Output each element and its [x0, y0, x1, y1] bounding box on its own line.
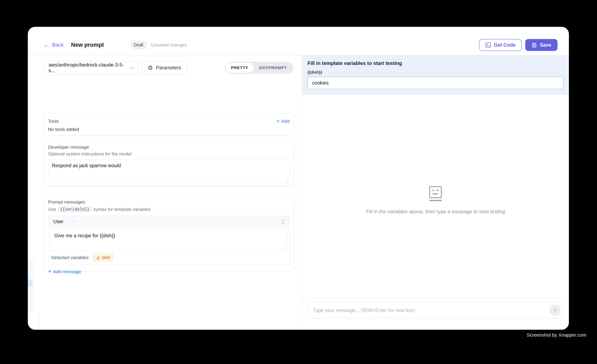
developer-message-subtitle: Optional system instructions for the mod… [48, 151, 290, 157]
terminal-icon [485, 42, 491, 48]
back-label: Back [52, 42, 63, 48]
message-textarea[interactable]: Give me a recipe for {{dish}} [50, 230, 287, 251]
developer-message-title: Developer message [48, 144, 290, 150]
role-label: User [53, 219, 63, 224]
send-button[interactable]: ↑ [550, 305, 561, 316]
status-badge: Draft [131, 41, 146, 49]
get-code-label: Get Code [494, 42, 516, 48]
unsaved-changes-text: Unsaved changes [151, 42, 187, 48]
chevron-down-icon [130, 67, 134, 69]
toggle-pretty[interactable]: PRETTY [226, 63, 254, 73]
pencil-icon [96, 256, 100, 260]
prompt-editor-pane: aws/anthropic/bedrock-claude-3-5-s... ⚙ … [28, 55, 302, 330]
save-button[interactable]: Save [525, 39, 558, 51]
variable-value-input[interactable] [307, 77, 564, 89]
empty-state-text: Fill in the variables above, then type a… [366, 209, 505, 214]
variable-syntax-chip: {{variable}} [58, 206, 92, 212]
chat-divider [302, 298, 569, 298]
plus-icon: + [276, 118, 280, 124]
add-tool-label: Add [281, 119, 290, 124]
test-pane: Fill in template variables to start test… [302, 55, 569, 330]
tools-title: Tools [48, 119, 59, 124]
prompt-messages-title: Prompt messages [48, 199, 290, 205]
back-button[interactable]: ← Back [43, 42, 63, 48]
prompt-messages-subtitle: Use {{variable}} syntax for template var… [48, 206, 290, 212]
variables-banner: Fill in template variables to start test… [302, 55, 569, 95]
chat-input-bar: ↑ [308, 303, 563, 318]
message-header: User [48, 216, 289, 228]
empty-state: Fill in the variables above, then type a… [302, 186, 569, 214]
model-selector-value: aws/anthropic/bedrock-claude-3-5-s... [48, 62, 130, 73]
variable-chip-label: dish [102, 255, 110, 260]
save-icon [532, 42, 537, 48]
up-arrow-icon: ↑ [554, 307, 557, 314]
message-block: User Give me a recipe for {{dish}} [48, 216, 290, 265]
detected-variables-label: Detected variables: [51, 255, 90, 260]
variable-name-label: {{dish}} [307, 70, 564, 75]
subtitle-suffix: syntax for template variables [94, 207, 150, 212]
clipped-popover-card [28, 311, 39, 330]
developer-message-textarea[interactable]: Respond as jack sparrow would [48, 159, 290, 184]
save-label: Save [540, 42, 551, 48]
add-tool-button[interactable]: + Add [276, 118, 290, 124]
toggle-dotprompt[interactable]: DOTPROMPT [254, 63, 292, 73]
view-mode-toggle: PRETTY DOTPROMPT [225, 62, 293, 74]
developer-message-card: Developer message Optional system instru… [44, 140, 294, 186]
chat-message-input[interactable] [313, 308, 550, 313]
role-selector[interactable]: User [53, 219, 75, 224]
model-toolbar: aws/anthropic/bedrock-claude-3-5-s... ⚙ … [44, 61, 187, 74]
parameters-label: Parameters [156, 65, 181, 71]
drag-handle-icon[interactable] [282, 220, 284, 224]
header-actions: Get Code Save [479, 35, 558, 55]
prompt-messages-card: Prompt messages Use {{variable}} syntax … [44, 195, 294, 271]
tools-empty-text: No tools added [48, 127, 290, 132]
plus-icon: + [48, 269, 51, 274]
status-group: Draft Unsaved changes [131, 35, 187, 55]
detected-variables-row: Detected variables: dish [48, 251, 289, 265]
app-window: ← Back New prompt Draft Unsaved changes … [28, 27, 569, 330]
back-arrow-icon: ← [43, 42, 50, 48]
watermark-text: Screenshot by Xnapper.com [527, 332, 586, 338]
tools-card: Tools + Add No tools added [44, 114, 294, 136]
robot-face-icon [429, 186, 442, 202]
gear-icon: ⚙ [148, 65, 153, 71]
page-title: New prompt [71, 42, 104, 48]
header: ← Back New prompt Draft Unsaved changes … [28, 27, 569, 55]
variables-banner-title: Fill in template variables to start test… [307, 61, 564, 66]
add-message-label: Add message [53, 269, 81, 274]
clipped-highlight-chip [28, 279, 33, 287]
chevron-down-icon [71, 220, 75, 223]
parameters-button[interactable]: ⚙ Parameters [142, 61, 187, 74]
variable-chip-dish[interactable]: dish [93, 254, 113, 261]
model-selector[interactable]: aws/anthropic/bedrock-claude-3-5-s... [44, 61, 139, 74]
subtitle-prefix: Use [48, 207, 56, 212]
add-message-button[interactable]: + Add message [48, 269, 290, 274]
get-code-button[interactable]: Get Code [479, 39, 522, 51]
